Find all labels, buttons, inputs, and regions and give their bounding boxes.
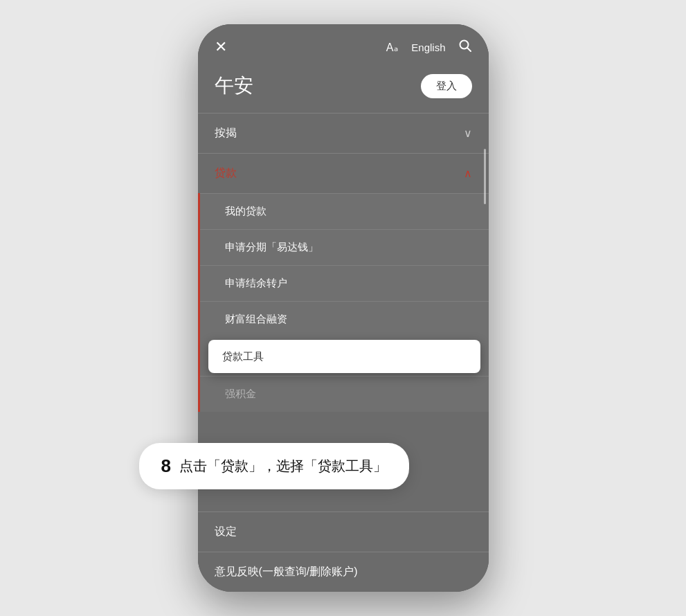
chevron-up-icon: ∧: [464, 167, 472, 180]
svg-line-1: [467, 48, 471, 51]
menu-container: 按揭 ∨ 贷款 ∧ 我的贷款 申请分期「易达钱」: [198, 113, 489, 412]
font-size-icon[interactable]: Aₐ: [386, 41, 399, 54]
phone-screen: ✕ Aₐ English 午安 登入: [198, 24, 489, 592]
step-number: 8: [161, 455, 171, 477]
close-button[interactable]: ✕: [215, 38, 227, 56]
bottom-menu-label-意见反映: 意见反映(一般查询/删除账户): [215, 565, 358, 579]
greeting-text: 午安: [215, 73, 253, 99]
submenu-item-财富组合融资[interactable]: 财富组合融资: [200, 301, 489, 337]
bottom-section: 设定 意见反映(一般查询/删除账户): [198, 511, 489, 592]
login-button[interactable]: 登入: [421, 74, 472, 98]
chevron-down-icon: ∨: [464, 127, 472, 140]
submenu-item-申请分期[interactable]: 申请分期「易达钱」: [200, 229, 489, 265]
submenu-label-强积金: 强积金: [225, 388, 256, 399]
submenu-label-申请结余: 申请结余转户: [225, 277, 287, 289]
menu-item-按揭[interactable]: 按揭 ∨: [198, 113, 489, 153]
search-icon[interactable]: [458, 39, 472, 56]
menu-label-按揭: 按揭: [215, 126, 237, 141]
step-tooltip: 8 点击「贷款」，选择「贷款工具」: [139, 443, 409, 489]
bottom-menu-item-意见反映[interactable]: 意见反映(一般查询/删除账户): [198, 552, 489, 592]
submenu-label-财富组合融资: 财富组合融资: [225, 313, 287, 325]
submenu-label-贷款工具: 贷款工具: [222, 350, 264, 362]
menu-label-贷款: 贷款: [215, 166, 237, 181]
scrollbar[interactable]: [484, 149, 486, 204]
bottom-menu-item-设定[interactable]: 设定: [198, 511, 489, 552]
phone-wrapper: ✕ Aₐ English 午安 登入: [198, 24, 489, 592]
submenu-item-我的贷款[interactable]: 我的贷款: [200, 193, 489, 229]
top-right-controls: Aₐ English: [386, 39, 472, 56]
submenu-item-贷款工具[interactable]: 贷款工具: [208, 340, 480, 373]
submenu-item-申请结余[interactable]: 申请结余转户: [200, 265, 489, 301]
step-text: 点击「贷款」，选择「贷款工具」: [179, 457, 387, 475]
submenu-贷款: 我的贷款 申请分期「易达钱」 申请结余转户 财富组合融资 贷款工具: [198, 193, 489, 412]
phone-frame: ✕ Aₐ English 午安 登入: [198, 24, 489, 592]
submenu-label-申请分期: 申请分期「易达钱」: [225, 241, 318, 253]
bottom-menu-label-设定: 设定: [215, 525, 237, 539]
menu-item-贷款[interactable]: 贷款 ∧: [198, 153, 489, 193]
language-selector[interactable]: English: [411, 42, 445, 53]
submenu-label-我的贷款: 我的贷款: [225, 205, 267, 217]
greeting-row: 午安 登入: [198, 64, 489, 113]
submenu-item-强积金[interactable]: 强积金: [200, 376, 489, 412]
top-bar: ✕ Aₐ English: [198, 24, 489, 64]
